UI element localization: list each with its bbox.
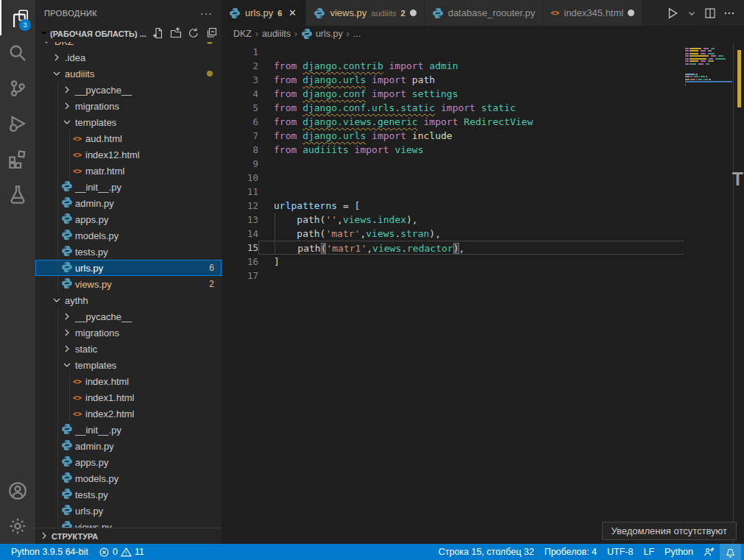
status-encoding[interactable]: UTF-8 xyxy=(602,544,638,560)
bell-icon[interactable] xyxy=(720,544,741,560)
line-number: 12 xyxy=(222,199,258,213)
refresh-icon[interactable] xyxy=(188,27,199,40)
activity-explorer-icon[interactable]: 3 xyxy=(0,0,35,35)
tree-item-audiiits[interactable]: audiiits xyxy=(35,65,222,82)
code-line-6[interactable]: 6from django.views.generic import Redire… xyxy=(222,115,744,129)
code-line-1[interactable]: 1 xyxy=(222,45,744,59)
tree-item-dkz[interactable]: DKZ xyxy=(35,42,222,49)
dirty-dot-icon[interactable] xyxy=(628,10,634,16)
python-file-icon xyxy=(60,472,74,485)
tree-item--pycache-[interactable]: __pycache__ xyxy=(35,308,222,325)
breadcrumb-item[interactable]: ... xyxy=(353,29,361,39)
tree-item-migrations[interactable]: migrations xyxy=(35,325,222,341)
activity-extensions-icon[interactable] xyxy=(0,141,35,177)
tree-item-views-py[interactable]: views.py2 xyxy=(35,276,222,292)
activity-account-icon[interactable] xyxy=(0,473,35,508)
tree-item-urls-py[interactable]: urls.py6 xyxy=(35,260,222,276)
tree-item-aud-html[interactable]: <>aud.html xyxy=(35,130,222,146)
tree-item-tests-py[interactable]: tests.py xyxy=(35,486,222,503)
tree-item-label: urls.py xyxy=(75,263,103,274)
code-line-14[interactable]: 14 path('matr',views.stran), xyxy=(222,227,744,241)
activity-run-debug-icon[interactable] xyxy=(0,106,35,141)
status-indentation[interactable]: Пробелов: 4 xyxy=(539,544,602,560)
code-line-10[interactable]: 10 xyxy=(222,171,744,185)
status-language[interactable]: Python xyxy=(659,544,698,560)
tree-item--init-py[interactable]: __init__.py xyxy=(35,422,222,438)
tree-item-apps-py[interactable]: apps.py xyxy=(35,454,222,470)
tab-urls-py[interactable]: urls.py6✕ xyxy=(222,0,306,26)
code-line-7[interactable]: 7from django.urls import include xyxy=(222,129,744,143)
breadcrumb-item[interactable]: audiiits xyxy=(262,29,291,39)
breadcrumb-item[interactable]: DKZ xyxy=(233,29,252,39)
tab-problems-badge: 2 xyxy=(401,9,405,18)
tree-item-index1-html[interactable]: <>index1.html xyxy=(35,389,222,405)
tree-item-admin-py[interactable]: admin.py xyxy=(35,195,222,211)
tree-item-templates[interactable]: templates xyxy=(35,114,222,130)
tree-item-tests-py[interactable]: tests.py xyxy=(35,244,222,260)
sidebar-more-icon[interactable]: ··· xyxy=(200,7,213,19)
code-line-5[interactable]: 5from django.conf.urls.static import sta… xyxy=(222,101,744,115)
tree-item-templates[interactable]: templates xyxy=(35,357,222,373)
run-button[interactable] xyxy=(666,7,679,20)
status-eol[interactable]: LF xyxy=(638,544,659,560)
status-interpreter[interactable]: Python 3.9.5 64-bit xyxy=(6,544,93,560)
tree-item-models-py[interactable]: models.py xyxy=(35,227,222,244)
split-editor-icon[interactable] xyxy=(704,7,716,19)
tree-item-index2-html[interactable]: <>index2.html xyxy=(35,405,222,422)
code-line-4[interactable]: 4from django.conf import settings xyxy=(222,87,744,101)
tree-item-views-py[interactable]: views.py xyxy=(35,519,222,528)
tree-item-aythh[interactable]: aythh xyxy=(35,292,222,308)
code-line-17[interactable]: 17 xyxy=(222,269,744,283)
activity-source-control-icon[interactable] xyxy=(0,71,35,106)
status-problems[interactable]: 011 xyxy=(93,544,149,560)
tree-item-label: models.py xyxy=(75,230,118,241)
activity-testing-icon[interactable] xyxy=(0,177,35,212)
overview-ruler[interactable]: T xyxy=(733,42,744,544)
tree-item-urls-py[interactable]: urls.py xyxy=(35,503,222,519)
activity-settings-icon[interactable] xyxy=(0,508,35,544)
code-line-15[interactable]: 15 path('matr1',views.redactor), xyxy=(222,241,744,255)
code-line-12[interactable]: 12urlpatterns = [ xyxy=(222,199,744,213)
tree-item-models-py[interactable]: models.py xyxy=(35,470,222,486)
code-line-2[interactable]: 2from django.contrib import admin xyxy=(222,59,744,73)
collapse-all-icon[interactable] xyxy=(205,27,217,40)
tree-item-matr-html[interactable]: <>matr.html xyxy=(35,163,222,179)
code-line-3[interactable]: 3from django.urls import path xyxy=(222,73,744,87)
structure-section-header[interactable]: СТРУКТУРА xyxy=(35,528,222,544)
tree-item-admin-py[interactable]: admin.py xyxy=(35,438,222,454)
run-dropdown-chevron-icon[interactable] xyxy=(687,8,697,18)
tab-views-py[interactable]: views.pyaudiiits2 xyxy=(306,0,424,26)
minimap-line xyxy=(685,53,732,54)
dirty-dot-icon[interactable] xyxy=(410,10,417,16)
new-file-icon[interactable] xyxy=(152,27,164,40)
tab-index345-html[interactable]: <>index345.html xyxy=(543,0,642,26)
tree-item--pycache-[interactable]: __pycache__ xyxy=(35,82,222,98)
explorer-sidebar: ПРОВОДНИК ··· (РАБОЧАЯ ОБЛАСТЬ) ... DKZ.… xyxy=(35,0,222,544)
notification-toast: Уведомления отсутствуют xyxy=(602,522,737,540)
tab-database-roouter-py[interactable]: database_roouter.py xyxy=(425,0,544,26)
python-file-icon xyxy=(60,520,74,528)
code-line-8[interactable]: 8from audiiits import views xyxy=(222,143,744,157)
editor-more-icon[interactable] xyxy=(723,7,735,19)
status-cursor-position[interactable]: Строка 15, столбец 32 xyxy=(433,544,539,560)
code-line-11[interactable]: 11 xyxy=(222,185,744,199)
tree-item--init-py[interactable]: __init__.py xyxy=(35,179,222,195)
tree-item--idea[interactable]: .idea xyxy=(35,49,222,65)
minimap[interactable] xyxy=(685,45,732,544)
close-icon[interactable]: ✕ xyxy=(286,7,298,18)
code-editor[interactable]: 12from django.contrib import admin3from … xyxy=(222,42,744,544)
new-folder-icon[interactable] xyxy=(170,27,182,40)
code-line-13[interactable]: 13 path('',views.index), xyxy=(222,213,744,227)
code-line-16[interactable]: 16] xyxy=(222,255,744,269)
tree-item-apps-py[interactable]: apps.py xyxy=(35,211,222,227)
tree-item-index12-html[interactable]: <>index12.html xyxy=(35,146,222,163)
feedback-icon[interactable] xyxy=(698,544,720,560)
tree-item-static[interactable]: static xyxy=(35,341,222,357)
workspace-section-header[interactable]: (РАБОЧАЯ ОБЛАСТЬ) ... xyxy=(35,26,222,42)
code-line-9[interactable]: 9 xyxy=(222,157,744,171)
breadcrumb-item[interactable]: urls.py xyxy=(301,28,343,40)
tree-item-migrations[interactable]: migrations xyxy=(35,98,222,114)
activity-search-icon[interactable] xyxy=(0,35,35,71)
tree-item-index-html[interactable]: <>index.html xyxy=(35,373,222,389)
chevron-right-icon xyxy=(60,343,74,355)
